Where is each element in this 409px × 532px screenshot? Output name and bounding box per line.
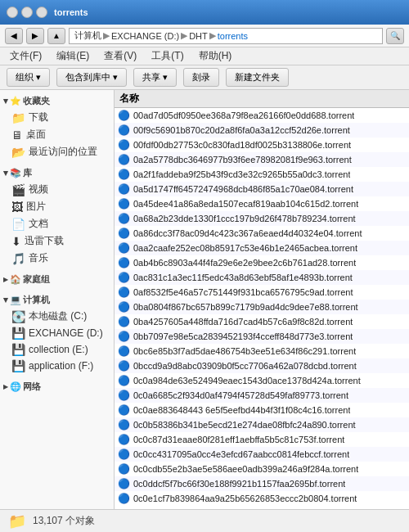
sidebar-desktop-label: 桌面 (26, 128, 46, 142)
sidebar-item-application[interactable]: 💾 application (F:) (0, 358, 114, 374)
table-row[interactable]: 🔵0a68a2b23dde1330f1ccc197b9d26f478b78923… (115, 211, 409, 226)
sidebar-item-downloads[interactable]: 📁 下载 (0, 109, 114, 126)
table-row[interactable]: 🔵0c0c87d31eaae80f281eff1aebffa5b5c81c753… (115, 432, 409, 447)
file-icon: 🔵 (118, 213, 130, 224)
path-segment-torrents[interactable]: torrents (218, 31, 248, 41)
table-row[interactable]: 🔵0af8532f5e46a57c751449f931bca6576795c9a… (115, 285, 409, 300)
address-bar: ◀ ▶ ▲ 计算机 ▶ EXCHANGE (D:) ▶ DHT ▶ torren… (0, 25, 409, 47)
table-row[interactable]: 🔵0ac831c1a3ec11f5edc43a8d63ebf58af1e4893… (115, 270, 409, 285)
table-row[interactable]: 🔵0a5d1747ff64572474968dcb486f85a1c70ae08… (115, 182, 409, 196)
file-name: 0a86dcc3f78ac09d4c423c367a6eaed4d40324e0… (133, 228, 362, 238)
table-row[interactable]: 🔵0c0cc4317095a0cc4e3efcd67aabcc0814febcc… (115, 447, 409, 462)
file-icon: 🔵 (118, 242, 130, 254)
table-row[interactable]: 🔵0bb7097e98e5ca2839452193f4cceff848d773e… (115, 329, 409, 344)
minimize-button[interactable] (7, 7, 18, 18)
file-name: 0bc6e85b3f7ad5dae486754b3ee51e634f86c291… (133, 346, 356, 356)
file-name: 0a68a2b23dde1330f1ccc197b9d26f478b789234… (133, 214, 356, 223)
menu-file[interactable]: 文件(F) (3, 47, 48, 65)
status-count: 13,107 个对象 (33, 514, 95, 528)
sidebar-item-image[interactable]: 🖼 图片 (0, 198, 114, 215)
table-row[interactable]: 🔵0ba4257605a448ffda716d7cad4b57c6a9f8c82… (115, 314, 409, 329)
close-button[interactable] (36, 7, 47, 18)
path-segment-computer[interactable]: 计算机 (74, 29, 101, 42)
file-icon: 🔵 (118, 390, 130, 401)
sidebar-item-local[interactable]: 💽 本地磁盘 (C:) (0, 308, 114, 325)
table-row[interactable]: 🔵0c0b58386b341be5ecd21e274dae08fbfc24a89… (115, 417, 409, 432)
star-icon: ⭐ (10, 96, 21, 106)
favorites-section[interactable]: ▾ ⭐ 收藏夹 (0, 93, 114, 109)
sidebar-item-dl[interactable]: ⬇ 迅雷下载 (0, 232, 114, 250)
table-row[interactable]: 🔵0a45dee41a86a8eda1507ecaf819aab104c615d… (115, 196, 409, 211)
sidebar-item-collection[interactable]: 💾 collection (E:) (0, 341, 114, 358)
file-name: 0a2a5778dbc3646977b93f6ee78982081f9e963.… (133, 155, 352, 165)
homegroup-section[interactable]: ▸ 🏠 家庭组 (0, 272, 114, 287)
sidebar-item-music[interactable]: 🎵 音乐 (0, 250, 114, 267)
sidebar-item-recent[interactable]: 📂 最近访问的位置 (0, 143, 114, 160)
table-row[interactable]: 🔵0c0ddcf5f7bc66f30e188f9921b1157faa2695b… (115, 476, 409, 491)
organize-button[interactable]: 组织 ▾ (7, 68, 50, 87)
table-row[interactable]: 🔵00f9c56901b870c20d2a8f6fa0a3a12ccf52d26… (115, 123, 409, 138)
desktop-icon: 🖥 (11, 128, 23, 142)
table-row[interactable]: 🔵0c0a984de63e524949eaec1543d0ace1378d424… (115, 373, 409, 388)
sidebar-video-label: 视频 (29, 183, 48, 196)
column-header: 名称 (115, 90, 409, 108)
library-section[interactable]: ▾ 📚 库 (0, 165, 114, 181)
back-button[interactable]: ◀ (5, 28, 23, 44)
network-section[interactable]: ▸ 🌐 网络 (0, 379, 114, 394)
table-row[interactable]: 🔵0aa2caafe252ec08b85917c53e46b1e2465acbe… (115, 241, 409, 255)
menu-help[interactable]: 帮助(H) (192, 47, 239, 65)
maximize-button[interactable] (21, 7, 33, 18)
table-row[interactable]: 🔵0ab4b6c8903a44f4fa29e6e2e9bee2c6b761ad2… (115, 255, 409, 270)
computer-label: 计算机 (23, 294, 50, 306)
table-row[interactable]: 🔵00ad7d05df0950ee368a79f8ea26166f0e0dd68… (115, 108, 409, 123)
table-row[interactable]: 🔵0c0ae883648443 6e5f5eefbd44b4f3f1f08c4c… (115, 403, 409, 417)
sidebar-item-doc[interactable]: 📄 文档 (0, 215, 114, 232)
window-title: torrents (54, 7, 402, 17)
doc-icon: 📄 (11, 218, 25, 231)
menu-view[interactable]: 查看(V) (97, 47, 143, 65)
menu-edit[interactable]: 编辑(E) (50, 47, 96, 65)
computer-icon: 💻 (10, 295, 21, 305)
sidebar-item-video[interactable]: 🎬 视频 (0, 181, 114, 198)
file-icon: 🔵 (118, 404, 130, 416)
table-row[interactable]: 🔵0a2a5778dbc3646977b93f6ee78982081f9e963… (115, 152, 409, 167)
file-icon: 🔵 (118, 139, 130, 151)
table-row[interactable]: 🔵0c0cdb55e2b3ae5e586aee0adb399a246a9f284… (115, 462, 409, 476)
menu-tools[interactable]: 工具(T) (145, 47, 190, 65)
sidebar-local-label: 本地磁盘 (C:) (29, 309, 87, 323)
table-row[interactable]: 🔵0c0a6685c2f934d0af4794f45728d549faf8977… (115, 388, 409, 403)
path-segment-dht[interactable]: DHT (189, 31, 208, 41)
file-list[interactable]: 🔵00ad7d05df0950ee368a79f8ea26166f0e0dd68… (115, 108, 409, 509)
file-icon: 🔵 (118, 228, 130, 239)
app-icon: 💾 (11, 359, 25, 372)
file-icon: 🔵 (118, 110, 130, 121)
address-path[interactable]: 计算机 ▶ EXCHANGE (D:) ▶ DHT ▶ torrents (69, 28, 383, 44)
table-row[interactable]: 🔵0a86dcc3f78ac09d4c423c367a6eaed4d40324e… (115, 226, 409, 241)
file-name: 0ac831c1a3ec11f5edc43a8d63ebf58af1e4893b… (133, 273, 353, 282)
table-row[interactable]: 🔵0c0e1cf7b839864aa9a25b65626853eccc2b080… (115, 491, 409, 506)
file-name: 0c0cdb55e2b3ae5e586aee0adb399a246a9f284a… (133, 464, 358, 474)
path-segment-exchange[interactable]: EXCHANGE (D:) (111, 31, 179, 41)
computer-section[interactable]: ▾ 💻 计算机 (0, 292, 114, 308)
file-icon: 🔵 (118, 257, 130, 268)
search-button[interactable]: 🔍 (386, 28, 404, 44)
forward-button[interactable]: ▶ (26, 28, 44, 44)
file-icon: 🔵 (118, 419, 130, 431)
share-button[interactable]: 共享 ▾ (133, 68, 177, 87)
sidebar-item-desktop[interactable]: 🖥 桌面 (0, 126, 114, 143)
burn-button[interactable]: 刻录 (183, 68, 219, 87)
file-icon: 🔵 (118, 286, 130, 298)
table-row[interactable]: 🔵0a2f1faddeba9f25b43f9cd3e32c9265b55a0dc… (115, 167, 409, 182)
library-arrow: ▾ (3, 168, 8, 178)
table-row[interactable]: 🔵0bc6e85b3f7ad5dae486754b3ee51e634f86c29… (115, 344, 409, 358)
table-row[interactable]: 🔵00fdf00db27753c0c830fad18df0025b3138806… (115, 138, 409, 152)
title-bar: torrents (0, 0, 409, 25)
table-row[interactable]: 🔵0ba0804f867bc657b899c7179b9ad4dc9dee7e8… (115, 300, 409, 314)
include-library-button[interactable]: 包含到库中 ▾ (56, 68, 127, 87)
new-folder-button[interactable]: 新建文件夹 (226, 68, 289, 87)
table-row[interactable]: 🔵0bccd9a9d8abc03909b0f5cc7706a462a078dcb… (115, 358, 409, 373)
sidebar-item-exchange[interactable]: 💾 EXCHANGE (D:) (0, 325, 114, 341)
recent-icon: 📂 (11, 146, 25, 159)
up-button[interactable]: ▲ (47, 28, 65, 44)
sidebar-exchange-label: EXCHANGE (D:) (29, 327, 103, 339)
